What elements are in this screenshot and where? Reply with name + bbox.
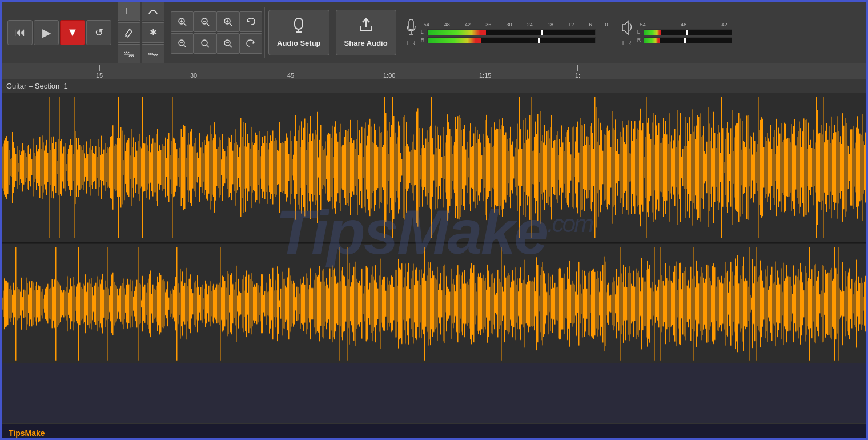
vu-l-channel: L [421, 29, 598, 35]
tick-1-00: 1:00 [383, 65, 395, 79]
loop-button[interactable]: ↺ [86, 20, 111, 45]
zoom-fit-button[interactable] [194, 33, 216, 54]
svg-marker-23 [247, 19, 250, 22]
zoom-in-v-button[interactable] [216, 11, 239, 32]
svg-line-9 [207, 23, 209, 26]
undo-button[interactable] [239, 11, 262, 32]
svg-rect-27 [409, 19, 413, 30]
svg-line-5 [184, 23, 186, 26]
wave-compress-tool-button[interactable] [118, 44, 140, 65]
vu-r-label: R [411, 40, 415, 46]
svg-point-18 [202, 40, 207, 46]
out-vu-r-label: R [627, 40, 631, 46]
input-vu-meter: L R -54 -48 -42 -36 -30 -24 -18 -12 -6 0… [400, 7, 614, 58]
svg-text:✱: ✱ [150, 27, 157, 37]
curve-tool-button[interactable] [142, 1, 164, 21]
track-header: Guitar – Section_1 [2, 79, 866, 93]
microphone-icon [405, 18, 417, 39]
waveform-track-2[interactable] [2, 243, 866, 363]
svg-line-16 [184, 45, 186, 47]
transport-group: ⏮ ▶ ▼ ↺ [5, 7, 114, 58]
tick-15: 15 [96, 65, 103, 79]
output-vu-meter: L R -54 -48 -42 L R [616, 7, 742, 58]
share-audio-icon [358, 17, 374, 37]
tick-30: 30 [190, 65, 197, 79]
share-audio-button[interactable]: Share Audio [336, 10, 396, 55]
track-name: Guitar – Section_1 [6, 82, 68, 90]
audio-setup-label: Audio Setup [277, 39, 321, 47]
vu-input-col: -54 -48 -42 -36 -30 -24 -18 -12 -6 0 L [421, 22, 609, 43]
vu-r-channel: R [421, 37, 598, 43]
vu-l-label: L [407, 40, 410, 46]
record-button[interactable]: ▼ [60, 20, 85, 45]
share-audio-label: Share Audio [344, 39, 388, 47]
timeline-ruler: 15 30 45 1:00 1:15 [2, 63, 866, 79]
statusbar: TipsMake [2, 423, 866, 440]
out-vu-r-channel: R [637, 37, 737, 43]
asterisk-tool-button[interactable]: ✱ [142, 22, 164, 43]
zoom-in-h-button[interactable] [171, 11, 194, 32]
svg-marker-24 [252, 41, 254, 44]
toolbar: ⏮ ▶ ▼ ↺ I ✱ [2, 2, 866, 63]
out-vu-l-channel: L [637, 29, 737, 35]
statusbar-label: TipsMake [9, 429, 45, 438]
redo-button[interactable] [239, 33, 262, 54]
out-vu-l-label: L [622, 40, 626, 46]
waveform-canvas-2 [2, 244, 866, 363]
svg-line-21 [230, 45, 232, 47]
vu-output-col: -54 -48 -42 L R [637, 22, 737, 43]
tick-45: 45 [287, 65, 294, 79]
pencil-tool-button[interactable] [118, 22, 140, 43]
svg-line-19 [207, 45, 209, 47]
play-button[interactable]: ▶ [34, 20, 59, 45]
zoom-tools-group [168, 7, 265, 58]
tools-grid: I ✱ [118, 1, 164, 65]
waveform-track-1[interactable] [2, 93, 866, 242]
edit-tools-group: I ✱ [115, 7, 167, 58]
speaker-icon [620, 18, 634, 39]
text-tool-button[interactable]: I [118, 1, 140, 21]
zoom-grid [171, 11, 238, 54]
svg-text:I: I [125, 6, 127, 15]
main-content: 15 30 45 1:00 1:15 [2, 63, 866, 423]
zoom-fit2-button[interactable] [216, 33, 239, 54]
waveform-canvas-1 [2, 93, 866, 242]
zoom-out-h-button[interactable] [194, 11, 216, 32]
audio-setup-icon [291, 17, 307, 37]
wave-expand-tool-button[interactable] [142, 44, 164, 65]
audio-setup-button[interactable]: Audio Setup [268, 10, 329, 55]
rewind-button[interactable]: ⏮ [7, 20, 33, 45]
tick-1-15: 1:15 [479, 65, 491, 79]
tick-1-30: 1: [575, 65, 580, 79]
zoom-out-v-button[interactable] [171, 33, 194, 54]
svg-line-12 [230, 23, 232, 26]
